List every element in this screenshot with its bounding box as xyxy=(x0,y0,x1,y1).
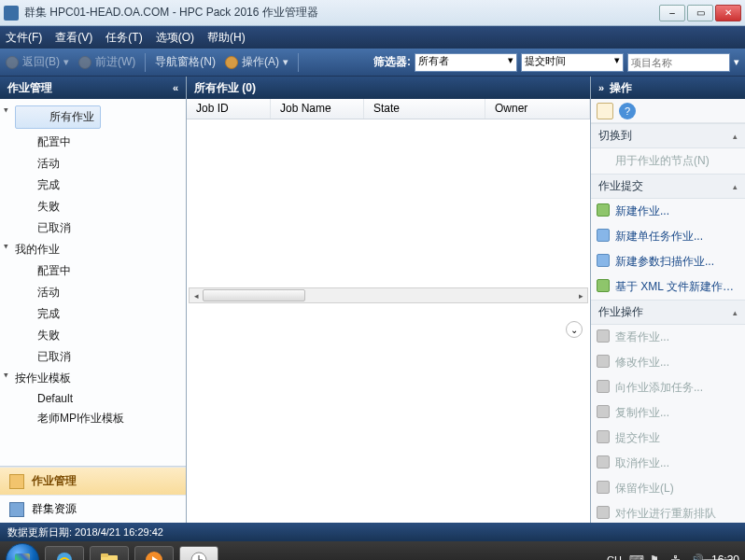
col-owner[interactable]: Owner xyxy=(485,99,590,119)
help-icon[interactable]: ? xyxy=(619,103,636,119)
cancel-job-icon xyxy=(597,455,610,469)
clipboard-icon[interactable] xyxy=(597,103,613,119)
left-tabs: 作业管理 群集资源 xyxy=(0,466,186,523)
grid-rows xyxy=(187,119,590,287)
section-submit-label: 作业提交 xyxy=(598,178,643,194)
collapse-section-icon[interactable]: ▴ xyxy=(733,132,738,141)
filter-area: 筛选器: 所有者 ▾ 提交时间 ▾ ▾ xyxy=(373,53,739,72)
tab-cluster-resources[interactable]: 群集资源 xyxy=(0,495,186,523)
action-submit-job[interactable]: 提交作业 xyxy=(591,426,745,451)
menu-tasks[interactable]: 任务(T) xyxy=(105,30,142,46)
tab-cluster-label: 群集资源 xyxy=(32,501,77,517)
actions-button[interactable]: 操作(A) ▾ xyxy=(225,54,288,70)
nav-pane-button[interactable]: 导航窗格(N) xyxy=(155,54,216,70)
tree-my-configuring[interactable]: 配置中 xyxy=(0,260,186,282)
actions-label: 操作(A) xyxy=(242,54,279,70)
action-copy-job[interactable]: 复制作业... xyxy=(591,400,745,426)
menu-help[interactable]: 帮助(H) xyxy=(207,30,246,46)
app-icon xyxy=(4,6,19,21)
time-filter-value: 提交时间 xyxy=(525,55,566,66)
maximize-button[interactable]: ▭ xyxy=(687,5,713,21)
tree-my-finished[interactable]: 完成 xyxy=(0,303,186,325)
tree-finished[interactable]: 完成 xyxy=(0,175,186,196)
tree-canceled[interactable]: 已取消 xyxy=(0,217,186,239)
col-job-id[interactable]: Job ID xyxy=(187,99,271,119)
back-button[interactable]: 返回(B) ▾ xyxy=(6,54,69,70)
action-add-tasks[interactable]: 向作业添加任务... xyxy=(591,375,745,400)
taskbar-ie-icon[interactable] xyxy=(45,546,84,560)
scroll-thumb[interactable] xyxy=(203,289,305,301)
forward-button[interactable]: 前进(W) xyxy=(78,54,135,70)
action-modify-job[interactable]: 修改作业... xyxy=(591,350,745,375)
action-view-job[interactable]: 查看作业... xyxy=(591,325,745,350)
minimize-button[interactable]: – xyxy=(659,5,685,21)
menu-options[interactable]: 选项(O) xyxy=(156,30,194,46)
tree-all-jobs[interactable]: 所有作业 xyxy=(0,103,186,132)
taskbar-app-window[interactable] xyxy=(179,546,218,560)
dropdown-icon: ▾ xyxy=(63,56,69,68)
center-panel-header: 所有作业 (0) xyxy=(187,77,590,99)
tree-my-active[interactable]: 活动 xyxy=(0,282,186,303)
action-new-from-xml[interactable]: 基于 XML 文件新建作业... xyxy=(591,274,745,300)
action-new-param-sweep[interactable]: 新建参数扫描作业... xyxy=(591,249,745,274)
toolbar: 返回(B) ▾ 前进(W) 导航窗格(N) 操作(A) ▾ 筛选器: 所有者 ▾… xyxy=(0,49,745,77)
taskbar-explorer-icon[interactable] xyxy=(90,546,129,560)
expand-details-button[interactable]: ⌄ xyxy=(566,321,583,338)
right-panel-body: ? 切换到 ▴ 用于作业的节点(N) 作业提交 ▴ 新建作业... 新建单任务作… xyxy=(591,99,745,523)
action-cancel-job[interactable]: 取消作业... xyxy=(591,451,745,476)
menu-view[interactable]: 查看(V) xyxy=(55,30,92,46)
tree-my-failed[interactable]: 失败 xyxy=(0,325,186,346)
requeue-label: 对作业进行重新排队 xyxy=(615,507,716,520)
tree-by-template[interactable]: 按作业模板 xyxy=(0,368,186,389)
dropdown-icon[interactable]: ▾ xyxy=(734,56,739,68)
start-button[interactable] xyxy=(6,543,39,560)
panels: 作业管理 « 所有作业 配置中 活动 完成 失败 已取消 我的作业 配置中 活动… xyxy=(0,77,745,523)
collapse-section-icon[interactable]: ▴ xyxy=(733,308,738,317)
tray-flag-icon[interactable]: ⚑ xyxy=(650,553,663,560)
close-button[interactable]: ✕ xyxy=(715,5,741,21)
tray-keyboard-icon[interactable]: ⌨ xyxy=(629,553,642,560)
tree-configuring[interactable]: 配置中 xyxy=(0,132,186,153)
horizontal-scrollbar[interactable]: ◂ ▸ xyxy=(189,287,588,303)
collapse-left-icon[interactable]: « xyxy=(173,82,178,93)
menu-file[interactable]: 文件(F) xyxy=(6,30,42,46)
tree-template-mpi[interactable]: 老师MPI作业模板 xyxy=(0,408,186,429)
collapse-section-icon[interactable]: ▴ xyxy=(733,182,738,191)
tree-my-canceled[interactable]: 已取消 xyxy=(0,346,186,368)
taskbar-media-icon[interactable] xyxy=(134,546,174,560)
owner-filter-select[interactable]: 所有者 ▾ xyxy=(415,53,517,72)
tree-all-jobs-label: 所有作业 xyxy=(15,105,101,129)
ime-indicator[interactable]: CH xyxy=(607,554,622,560)
forward-icon xyxy=(78,56,91,69)
window-titlebar: 群集 HPC01-HEAD.OA.COM - HPC Pack 2016 作业管… xyxy=(0,0,745,26)
action-new-single-task[interactable]: 新建单任务作业... xyxy=(591,224,745,249)
clock-app-icon xyxy=(188,551,210,560)
action-new-job[interactable]: 新建作业... xyxy=(591,199,745,224)
tab-job-management[interactable]: 作业管理 xyxy=(0,467,186,495)
col-job-name[interactable]: Job Name xyxy=(271,99,364,119)
scroll-left-icon[interactable]: ◂ xyxy=(190,288,203,302)
tree-template-default[interactable]: Default xyxy=(0,389,186,408)
copy-job-label: 复制作业... xyxy=(615,406,669,419)
window-title: 群集 HPC01-HEAD.OA.COM - HPC Pack 2016 作业管… xyxy=(24,5,659,21)
collapse-right-icon[interactable]: » xyxy=(598,82,604,93)
new-param-icon xyxy=(597,254,610,267)
scroll-right-icon[interactable]: ▸ xyxy=(574,288,587,302)
grid-header: Job ID Job Name State Owner xyxy=(187,99,590,119)
time-filter-select[interactable]: 提交时间 ▾ xyxy=(521,53,624,72)
tree-active[interactable]: 活动 xyxy=(0,153,186,175)
tree-my-jobs[interactable]: 我的作业 xyxy=(0,239,186,260)
action-nodes-for-job[interactable]: 用于作业的节点(N) xyxy=(591,148,745,174)
tree-failed[interactable]: 失败 xyxy=(0,196,186,217)
action-requeue-job[interactable]: 对作业进行重新排队 xyxy=(591,501,745,523)
col-state[interactable]: State xyxy=(364,99,485,119)
forward-label: 前进(W) xyxy=(95,54,135,70)
center-panel-title: 所有作业 (0) xyxy=(194,80,256,96)
copy-job-icon xyxy=(597,405,610,418)
action-hold-job[interactable]: 保留作业(L) xyxy=(591,476,745,501)
right-panel-header: » 操作 xyxy=(591,77,745,99)
tray-network-icon[interactable]: 🖧 xyxy=(670,553,683,560)
left-panel-title: 作业管理 xyxy=(7,80,52,96)
right-toolbar: ? xyxy=(591,99,745,123)
project-filter-input[interactable] xyxy=(627,53,730,72)
